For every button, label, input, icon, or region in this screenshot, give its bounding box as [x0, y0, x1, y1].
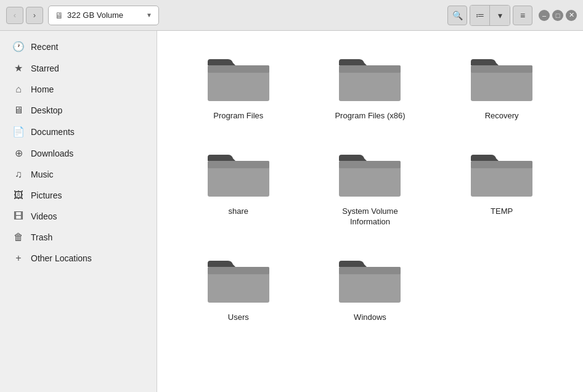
- sidebar: 🕐Recent★Starred⌂Home🖥Desktop📄Documents⊕D…: [0, 31, 157, 392]
- downloads-icon: ⊕: [12, 147, 25, 159]
- list-view-button[interactable]: ≔: [470, 6, 490, 25]
- back-button[interactable]: ‹: [6, 7, 23, 24]
- folder-icon-recovery: [468, 48, 536, 106]
- maximize-button[interactable]: □: [552, 10, 563, 21]
- chevron-down-icon: ▾: [498, 10, 502, 20]
- main-area: 🕐Recent★Starred⌂Home🖥Desktop📄Documents⊕D…: [0, 31, 583, 392]
- sidebar-item-music[interactable]: ♫Music: [2, 164, 154, 185]
- other-locations-label: Other Locations: [31, 253, 92, 263]
- location-text: 322 GB Volume: [67, 10, 142, 20]
- search-button[interactable]: 🔍: [447, 6, 467, 25]
- file-label-temp: TEMP: [491, 206, 513, 217]
- sidebar-item-pictures[interactable]: 🖼Pictures: [2, 185, 154, 206]
- starred-label: Starred: [31, 63, 59, 73]
- nav-buttons: ‹ ›: [6, 7, 43, 24]
- documents-icon: 📄: [12, 126, 25, 137]
- file-item-users[interactable]: Users: [176, 245, 301, 328]
- starred-icon: ★: [12, 62, 25, 74]
- svg-rect-5: [471, 65, 532, 73]
- file-item-system-volume-info[interactable]: System VolumeInformation: [308, 139, 433, 232]
- desktop-label: Desktop: [31, 105, 62, 115]
- file-item-share[interactable]: share: [176, 139, 301, 232]
- file-label-recovery: Recovery: [485, 111, 519, 121]
- pictures-label: Pictures: [31, 190, 62, 200]
- recent-icon: 🕐: [12, 41, 25, 52]
- trash-icon: 🗑: [12, 232, 25, 243]
- hamburger-icon: ≡: [520, 10, 525, 20]
- view-dropdown-button[interactable]: ▾: [490, 6, 510, 25]
- sidebar-item-videos[interactable]: 🎞Videos: [2, 206, 154, 227]
- file-item-recovery[interactable]: Recovery: [439, 43, 565, 126]
- forward-icon: ›: [33, 10, 36, 20]
- file-label-windows: Windows: [354, 312, 386, 323]
- documents-label: Documents: [31, 127, 75, 137]
- svg-rect-3: [339, 65, 401, 73]
- other-locations-icon: +: [12, 253, 25, 264]
- file-label-system-volume-info: System VolumeInformation: [342, 206, 398, 227]
- sidebar-item-home[interactable]: ⌂Home: [2, 79, 154, 100]
- folder-icon-windows: [336, 250, 404, 308]
- sidebar-item-starred[interactable]: ★Starred: [2, 57, 154, 79]
- list-view-icon: ≔: [476, 10, 484, 20]
- sidebar-item-recent[interactable]: 🕐Recent: [2, 36, 154, 57]
- drive-icon: 🖥: [55, 10, 63, 20]
- dropdown-arrow-icon: ▼: [146, 12, 152, 18]
- downloads-label: Downloads: [31, 149, 73, 158]
- menu-button[interactable]: ≡: [513, 6, 532, 25]
- file-item-temp[interactable]: TEMP: [439, 139, 565, 232]
- svg-rect-9: [339, 161, 401, 168]
- svg-rect-7: [208, 161, 269, 168]
- folder-icon-system-volume-info: [336, 144, 404, 202]
- sidebar-item-downloads[interactable]: ⊕Downloads: [2, 142, 154, 164]
- search-icon: 🔍: [452, 10, 463, 20]
- recent-label: Recent: [31, 42, 58, 52]
- forward-button[interactable]: ›: [26, 7, 43, 24]
- folder-icon-program-files: [205, 48, 272, 106]
- file-label-users: Users: [228, 312, 249, 323]
- close-button[interactable]: ✕: [566, 10, 577, 21]
- svg-rect-11: [471, 161, 532, 168]
- sidebar-item-other-locations[interactable]: +Other Locations: [2, 248, 154, 269]
- folder-icon-temp: [468, 144, 536, 202]
- sidebar-item-desktop[interactable]: 🖥Desktop: [2, 100, 154, 121]
- file-label-share: share: [229, 206, 249, 217]
- desktop-icon: 🖥: [12, 105, 25, 116]
- sidebar-item-documents[interactable]: 📄Documents: [2, 121, 154, 142]
- videos-label: Videos: [31, 211, 57, 221]
- folder-icon-users: [205, 250, 272, 308]
- toolbar-right: 🔍 ≔ ▾ ≡ – □ ✕: [447, 5, 577, 26]
- file-grid: Program FilesProgram Files (x86)Recovery…: [176, 43, 565, 328]
- minimize-button[interactable]: –: [539, 10, 550, 21]
- videos-icon: 🎞: [12, 211, 25, 222]
- music-label: Music: [31, 169, 54, 179]
- pictures-icon: 🖼: [12, 190, 25, 201]
- svg-rect-13: [208, 267, 269, 274]
- file-item-program-files[interactable]: Program Files: [176, 43, 301, 126]
- home-label: Home: [31, 84, 54, 94]
- home-icon: ⌂: [12, 84, 25, 95]
- titlebar: ‹ › 🖥 322 GB Volume ▼ 🔍 ≔ ▾ ≡ – □ ✕: [0, 0, 583, 31]
- window-controls: – □ ✕: [539, 10, 577, 21]
- file-item-program-files-x86[interactable]: Program Files (x86): [308, 43, 433, 126]
- folder-icon-share: [205, 144, 272, 202]
- file-label-program-files: Program Files: [213, 111, 263, 121]
- trash-label: Trash: [31, 232, 52, 242]
- file-item-windows[interactable]: Windows: [308, 245, 433, 328]
- file-label-program-files-x86: Program Files (x86): [335, 111, 405, 121]
- music-icon: ♫: [12, 169, 25, 180]
- svg-rect-15: [339, 267, 401, 274]
- location-bar[interactable]: 🖥 322 GB Volume ▼: [48, 6, 159, 25]
- back-icon: ‹: [14, 10, 16, 20]
- view-toggle-group: ≔ ▾: [470, 5, 510, 26]
- svg-rect-1: [208, 65, 269, 73]
- file-area: Program FilesProgram Files (x86)Recovery…: [157, 31, 583, 392]
- sidebar-item-trash[interactable]: 🗑Trash: [2, 227, 154, 248]
- folder-icon-program-files-x86: [336, 48, 404, 106]
